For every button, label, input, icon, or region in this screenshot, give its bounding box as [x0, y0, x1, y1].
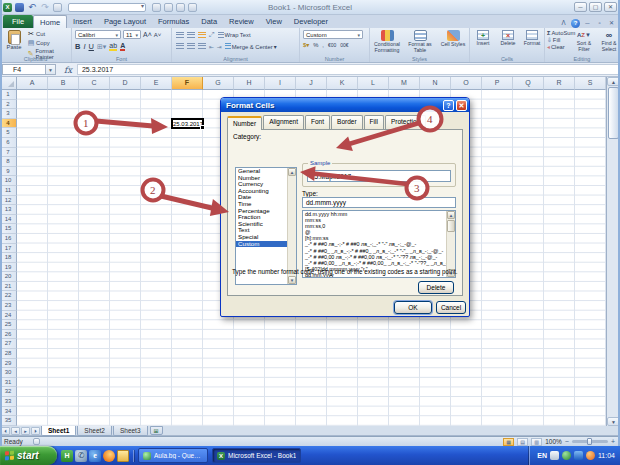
- sort-filter-button[interactable]: AZ▼ Sort & Filter: [571, 30, 597, 52]
- tray-icon-3[interactable]: [574, 451, 583, 460]
- workbook-close-icon[interactable]: ✕: [607, 19, 616, 28]
- row-header-1[interactable]: 1: [0, 90, 17, 100]
- row-header-12[interactable]: 12: [0, 196, 17, 206]
- help-icon[interactable]: ?: [571, 19, 580, 28]
- merge-center-button[interactable]: Merge & Center▾: [225, 43, 277, 50]
- decrease-indent-icon[interactable]: ⇤: [209, 44, 214, 50]
- row-header-10[interactable]: 10: [0, 176, 17, 186]
- dialog-tab-number[interactable]: Number: [227, 116, 262, 130]
- dialog-tab-font[interactable]: Font: [305, 115, 330, 129]
- row-header-11[interactable]: 11: [0, 186, 17, 196]
- dialog-help-icon[interactable]: ?: [443, 100, 454, 111]
- fill-color-button[interactable]: ab: [109, 42, 117, 51]
- row-header-3[interactable]: 3: [0, 109, 17, 119]
- row-header-14[interactable]: 14: [0, 215, 17, 225]
- align-center-icon[interactable]: [187, 43, 195, 50]
- dialog-title-bar[interactable]: Format Cells ? ✕: [221, 98, 469, 112]
- tab-page-layout[interactable]: Page Layout: [98, 15, 152, 28]
- column-header-R[interactable]: R: [544, 77, 575, 90]
- column-header-F[interactable]: F: [172, 77, 203, 90]
- row-header-29[interactable]: 29: [0, 359, 17, 369]
- orientation-icon[interactable]: ⤢: [209, 31, 215, 39]
- sheet-tab-sheet1[interactable]: Sheet1: [41, 426, 76, 436]
- normal-view-icon[interactable]: ▦: [503, 438, 514, 446]
- minimize-ribbon-icon[interactable]: ᐱ: [559, 19, 568, 28]
- minimize-button[interactable]: ─: [574, 2, 587, 12]
- column-header-N[interactable]: N: [420, 77, 451, 90]
- percent-style-icon[interactable]: %: [313, 42, 318, 48]
- shrink-font-button[interactable]: A˅: [154, 32, 162, 38]
- zoom-slider[interactable]: [572, 440, 608, 443]
- row-header-33[interactable]: 33: [0, 397, 17, 407]
- maximize-button[interactable]: ▢: [589, 2, 602, 12]
- number-format-select[interactable]: Custom▾: [303, 30, 363, 39]
- tab-home[interactable]: Home: [33, 15, 67, 28]
- ok-button[interactable]: OK: [394, 301, 432, 314]
- format-cells-button[interactable]: Format: [520, 30, 544, 47]
- font-name-select[interactable]: Calibri▾: [75, 30, 121, 39]
- first-sheet-icon[interactable]: ⏴: [1, 427, 10, 435]
- active-cell-F4[interactable]: 25.03.2017: [171, 118, 204, 129]
- tab-file[interactable]: File: [3, 15, 33, 28]
- dialog-tab-alignment[interactable]: Alignment: [263, 115, 304, 129]
- select-all-corner[interactable]: [0, 77, 17, 90]
- align-top-icon[interactable]: [176, 32, 184, 39]
- workbook-restore-icon[interactable]: ▫: [595, 19, 604, 28]
- type-scroll-up-icon[interactable]: ▲: [447, 211, 455, 219]
- page-break-view-icon[interactable]: ▥: [531, 438, 542, 446]
- column-header-E[interactable]: E: [141, 77, 172, 90]
- row-header-32[interactable]: 32: [0, 387, 17, 397]
- excel-logo-icon[interactable]: X: [3, 3, 12, 12]
- row-header-9[interactable]: 9: [0, 167, 17, 177]
- tray-icon-1[interactable]: [550, 451, 559, 460]
- category-scroll-down-icon[interactable]: ▼: [288, 276, 296, 284]
- sheet-tab-sheet3[interactable]: Sheet3: [113, 426, 148, 436]
- category-scroll-up-icon[interactable]: ▲: [288, 168, 296, 176]
- page-layout-view-icon[interactable]: ▤: [517, 438, 528, 446]
- redo-icon[interactable]: ↷: [40, 3, 50, 12]
- zoom-in-icon[interactable]: +: [611, 438, 615, 445]
- row-header-19[interactable]: 19: [0, 263, 17, 273]
- tab-developer[interactable]: Developer: [288, 15, 334, 28]
- quick-launch-firefox-icon[interactable]: [103, 450, 115, 462]
- tab-formulas[interactable]: Formulas: [152, 15, 195, 28]
- row-header-27[interactable]: 27: [0, 339, 17, 349]
- row-header-24[interactable]: 24: [0, 311, 17, 321]
- column-header-M[interactable]: M: [389, 77, 420, 90]
- row-header-35[interactable]: 35: [0, 416, 17, 426]
- row-header-6[interactable]: 6: [0, 138, 17, 148]
- qat-extra-icon-1[interactable]: [152, 3, 161, 12]
- row-header-15[interactable]: 15: [0, 224, 17, 234]
- paste-button[interactable]: Paste: [3, 30, 25, 50]
- prev-sheet-icon[interactable]: ◂: [11, 427, 20, 435]
- column-header-J[interactable]: J: [296, 77, 327, 90]
- sheet-tab-sheet2[interactable]: Sheet2: [77, 426, 112, 436]
- column-header-D[interactable]: D: [110, 77, 141, 90]
- task-button-browser[interactable]: Aula.bg - Question - ...: [138, 448, 208, 463]
- email-icon[interactable]: [53, 3, 62, 12]
- row-header-7[interactable]: 7: [0, 148, 17, 158]
- save-icon[interactable]: [15, 3, 24, 12]
- delete-cells-button[interactable]: × Delete: [496, 30, 520, 47]
- quick-launch-phone-icon[interactable]: ✆: [75, 450, 87, 462]
- comma-style-icon[interactable]: ,: [322, 42, 324, 48]
- align-right-icon[interactable]: [198, 43, 206, 50]
- category-scrollbar[interactable]: ▲ ▼: [287, 168, 296, 284]
- language-indicator[interactable]: EN: [537, 452, 547, 459]
- row-header-25[interactable]: 25: [0, 320, 17, 330]
- column-header-O[interactable]: O: [451, 77, 482, 90]
- font-size-select[interactable]: 11▾: [123, 30, 141, 39]
- row-header-16[interactable]: 16: [0, 234, 17, 244]
- row-header-13[interactable]: 13: [0, 205, 17, 215]
- delete-button[interactable]: Delete: [418, 281, 454, 294]
- font-color-button[interactable]: A: [120, 42, 125, 51]
- dialog-close-icon[interactable]: ✕: [456, 100, 467, 111]
- tray-icon-4[interactable]: [586, 451, 595, 460]
- column-header-H[interactable]: H: [234, 77, 265, 90]
- task-button-excel[interactable]: XMicrosoft Excel - Book1: [212, 448, 301, 463]
- decrease-decimal-icon[interactable]: 00€: [340, 42, 348, 48]
- column-header-B[interactable]: B: [48, 77, 79, 90]
- close-button[interactable]: ✕: [604, 2, 617, 12]
- qat-combo-box[interactable]: [68, 3, 146, 12]
- tab-review[interactable]: Review: [223, 15, 260, 28]
